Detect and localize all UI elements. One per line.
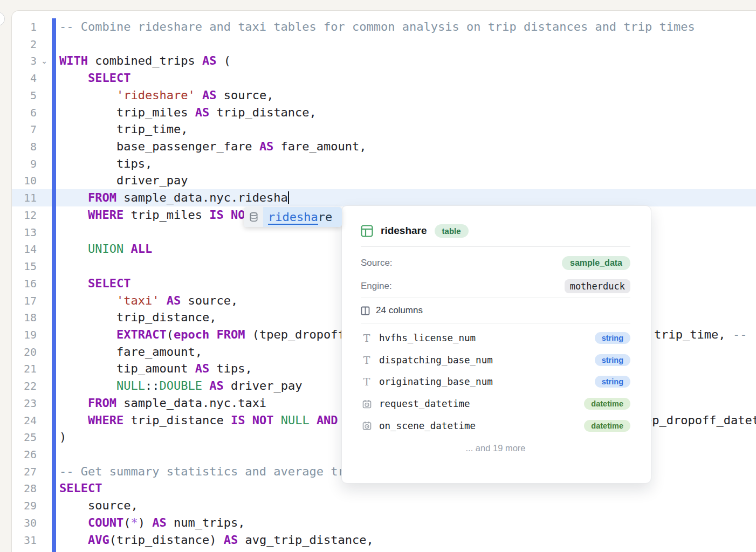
code-line[interactable]: 1-- Combine rideshare and taxi tables fo… bbox=[0, 18, 756, 36]
line-number: 15 bbox=[0, 258, 37, 275]
code-line[interactable]: 8 base_passenger_fare AS fare_amount, bbox=[0, 138, 756, 155]
columns-count-label: 24 columns bbox=[376, 305, 423, 316]
cell-gutter-bar bbox=[52, 18, 56, 552]
autocomplete-item-rideshare[interactable]: rideshare bbox=[263, 207, 342, 227]
column-type-badge: string bbox=[595, 332, 630, 344]
column-name: originating_base_num bbox=[379, 376, 595, 387]
line-number: 10 bbox=[0, 172, 37, 189]
code-line[interactable]: 3⌄WITH combined_trips AS ( bbox=[0, 52, 756, 70]
line-number: 25 bbox=[0, 429, 37, 446]
line-number: 2 bbox=[0, 36, 37, 53]
line-number: 30 bbox=[0, 514, 37, 532]
line-number: 4 bbox=[0, 70, 37, 87]
line-number: 24 bbox=[0, 412, 37, 429]
columns-list: Thvfhs_license_numstringTdispatching_bas… bbox=[361, 323, 630, 437]
line-number: 6 bbox=[0, 104, 37, 121]
engine-row: Engine: motherduck bbox=[361, 274, 630, 298]
line-number: 18 bbox=[0, 309, 37, 326]
code-text: 'rideshare' AS source, bbox=[59, 87, 756, 104]
column-name: dispatching_base_num bbox=[379, 355, 595, 365]
database-icon bbox=[249, 212, 259, 222]
datetime-icon bbox=[362, 421, 372, 430]
code-line[interactable]: 29 source, bbox=[0, 497, 756, 514]
columns-count-row: 24 columns bbox=[361, 298, 630, 323]
datetime-icon bbox=[362, 399, 372, 409]
code-line[interactable]: 5 'rideshare' AS source, bbox=[0, 87, 756, 104]
code-line[interactable]: 6 trip_miles AS trip_distance, bbox=[0, 104, 756, 121]
line-number: 16 bbox=[0, 275, 37, 292]
text-icon: T bbox=[363, 332, 370, 344]
code-text: SELECT bbox=[59, 70, 756, 87]
code-line[interactable]: 31 AVG(trip_distance) AS avg_trip_distan… bbox=[0, 532, 756, 549]
line-number: 1 bbox=[0, 18, 37, 36]
column-row: on_scene_datetimedatetime bbox=[361, 415, 630, 437]
code-text: -- Combine rideshare and taxi tables for… bbox=[59, 18, 756, 36]
more-columns-label: ... and 19 more bbox=[361, 443, 630, 455]
code-text: AVG(trip_distance) AS avg_trip_distance, bbox=[59, 532, 756, 549]
column-name: request_datetime bbox=[379, 398, 584, 409]
text-icon: T bbox=[363, 376, 370, 388]
line-number: 5 bbox=[0, 87, 37, 104]
column-name: on_scene_datetime bbox=[379, 420, 584, 431]
code-text: source, bbox=[59, 497, 756, 514]
line-number: 26 bbox=[0, 446, 37, 463]
line-number: 22 bbox=[0, 377, 37, 395]
code-line[interactable]: 11 FROM sample_data.nyc.ridesha bbox=[0, 189, 756, 206]
line-number: 32 bbox=[0, 548, 37, 552]
line-number: 21 bbox=[0, 360, 37, 377]
line-number: 9 bbox=[0, 155, 37, 172]
popup-table-name: rideshare bbox=[381, 225, 427, 237]
column-type-badge: datetime bbox=[584, 398, 630, 410]
code-line[interactable]: 7 trip_time, bbox=[0, 121, 756, 138]
code-text: tips, bbox=[59, 155, 756, 172]
line-number: 29 bbox=[0, 497, 37, 514]
engine-value-badge: motherduck bbox=[565, 279, 630, 293]
column-row: request_datetimedatetime bbox=[361, 393, 630, 415]
line-number: 19 bbox=[0, 326, 37, 343]
line-number: 7 bbox=[0, 121, 37, 138]
line-number: 23 bbox=[0, 395, 37, 412]
line-number: 11 bbox=[0, 189, 37, 206]
code-text: AVG(trip_time) AS avg_trip_time, bbox=[59, 548, 756, 552]
table-detail-popup: rideshare table Source: sample_data Engi… bbox=[341, 205, 651, 484]
column-name: hvfhs_license_num bbox=[379, 333, 595, 343]
code-text: FROM sample_data.nyc.ridesha bbox=[59, 189, 756, 206]
code-text: base_passenger_fare AS fare_amount, bbox=[59, 138, 756, 155]
line-number: 14 bbox=[0, 240, 37, 258]
code-line[interactable]: 30 COUNT(*) AS num_trips, bbox=[0, 514, 756, 532]
fold-chevron-icon[interactable]: ⌄ bbox=[39, 52, 50, 70]
source-row: Source: sample_data bbox=[361, 251, 630, 274]
columns-icon bbox=[361, 306, 370, 315]
popup-header: rideshare table bbox=[361, 219, 630, 243]
column-type-badge: string bbox=[595, 376, 630, 388]
engine-label: Engine: bbox=[361, 281, 392, 292]
code-text: driver_pay bbox=[59, 172, 756, 189]
text-cursor bbox=[288, 191, 289, 204]
column-type-badge: string bbox=[595, 354, 630, 366]
line-number: 8 bbox=[0, 138, 37, 155]
autocomplete-rest-text: re bbox=[318, 210, 333, 224]
column-type-badge: datetime bbox=[584, 420, 630, 432]
table-type-badge: table bbox=[435, 224, 469, 238]
code-line[interactable]: 4 SELECT bbox=[0, 70, 756, 87]
source-label: Source: bbox=[361, 258, 393, 268]
source-value-badge: sample_data bbox=[562, 256, 630, 270]
code-text: WITH combined_trips AS ( bbox=[59, 52, 756, 70]
line-number: 31 bbox=[0, 532, 37, 549]
line-number: 28 bbox=[0, 480, 37, 497]
code-line[interactable]: 32 AVG(trip_time) AS avg_trip_time, bbox=[0, 548, 756, 552]
code-text: COUNT(*) AS num_trips, bbox=[59, 514, 756, 532]
column-row: Tdispatching_base_numstring bbox=[361, 349, 630, 371]
code-line[interactable]: 10 driver_pay bbox=[0, 172, 756, 189]
code-line[interactable]: 2 bbox=[0, 36, 756, 53]
line-number: 17 bbox=[0, 292, 37, 309]
autocomplete-dropdown[interactable]: rideshare bbox=[244, 207, 342, 227]
autocomplete-match-text: ridesha bbox=[268, 210, 318, 225]
line-number: 3 bbox=[0, 52, 37, 70]
code-line[interactable]: 9 tips, bbox=[0, 155, 756, 172]
code-text: trip_time, bbox=[59, 121, 756, 138]
sql-editor-page: 1-- Combine rideshare and taxi tables fo… bbox=[0, 0, 756, 552]
autocomplete-kind-cell bbox=[244, 207, 263, 227]
line-number: 12 bbox=[0, 206, 37, 224]
text-icon: T bbox=[363, 354, 370, 366]
